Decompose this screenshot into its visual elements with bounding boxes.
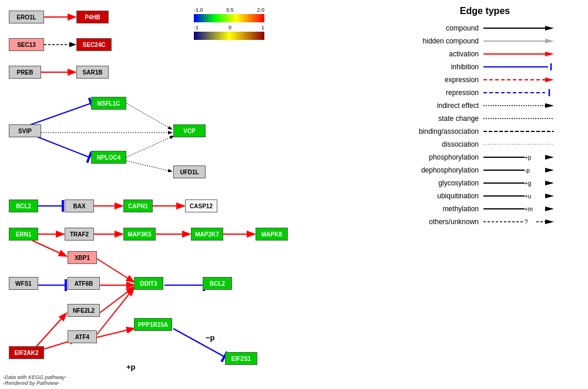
node-EIF2AK2: EIF2AK2 (9, 346, 44, 359)
svg-rect-29 (194, 32, 264, 40)
svg-line-20 (100, 287, 133, 313)
edge-row-repression: repression (391, 88, 579, 97)
edge-label-phosphorylation: phosphorylation (391, 153, 479, 161)
colorbar-label-2: 2.0 (257, 7, 264, 13)
edge-line-dissociation (483, 140, 554, 149)
svg-text:?: ? (525, 219, 528, 225)
label-minus-p-ppp: −p (206, 333, 215, 342)
edge-line-indirect-effect (483, 101, 554, 110)
svg-marker-61 (545, 207, 554, 211)
svg-marker-55 (545, 181, 554, 185)
svg-marker-49 (545, 155, 554, 160)
edge-line-dephosphorylation: -p (483, 165, 554, 175)
node-ATF6B: ATF6B (68, 277, 100, 290)
footnote: -Data with KEGG pathway- -Rendered by Pa… (3, 374, 66, 386)
svg-rect-28 (194, 14, 264, 22)
edge-row-binding: binding/association (391, 127, 579, 136)
svg-text:+m: +m (525, 206, 533, 212)
edge-line-binding (483, 127, 554, 136)
node-CASP12: CASP12 (185, 199, 217, 212)
svg-line-13 (32, 241, 66, 256)
edge-line-methylation: +m (483, 204, 554, 214)
edge-line-state-change (483, 114, 554, 123)
node-SVIP: SVIP (9, 124, 41, 137)
node-NFE2L2: NFE2L2 (68, 304, 100, 317)
edge-row-inhibition: inhibition (391, 62, 579, 72)
node-TRAF2: TRAF2 (65, 228, 94, 241)
node-SEC24C: SEC24C (76, 38, 112, 51)
edge-label-binding: binding/association (391, 127, 479, 136)
edge-label-inhibition: inhibition (391, 63, 479, 71)
svg-line-8 (126, 161, 172, 171)
edge-line-others: ? (483, 217, 554, 226)
edge-label-dissociation: dissociation (391, 140, 479, 148)
label-plus-p-atf4: +p (126, 363, 136, 371)
colorbar-top (194, 14, 264, 22)
svg-line-26 (173, 329, 224, 357)
colorbar-label-minus1: -1.0 (194, 7, 203, 13)
node-DDIT3: DDIT3 (134, 277, 163, 290)
footnote-line2: -Rendered by Pathview- (3, 380, 66, 386)
edge-row-methylation: methylation +m (391, 204, 579, 214)
edge-label-methylation: methylation (391, 205, 479, 213)
edge-label-state-change: state change (391, 114, 479, 123)
node-BCL2-left: BCL2 (9, 199, 38, 212)
edge-line-activation (483, 49, 554, 59)
main-container: ERO1L P4HB SEC13 SEC24C PREB SAR1B NSFL1… (0, 0, 588, 389)
edge-row-hidden-compound: hidden compound (391, 36, 579, 46)
edge-label-hidden-compound: hidden compound (391, 37, 479, 45)
edge-types-title: Edge types (391, 6, 579, 16)
pathway-area: ERO1L P4HB SEC13 SEC24C PREB SAR1B NSFL1… (0, 0, 382, 389)
colorbar-label-minus1b: -1 (194, 25, 199, 31)
node-XBP1: XBP1 (68, 251, 97, 264)
edge-line-expression (483, 75, 554, 84)
svg-text:+g: +g (525, 180, 531, 187)
node-VCP: VCP (173, 124, 206, 137)
edge-label-activation: activation (391, 50, 479, 58)
node-CAPN1: CAPN1 (123, 199, 153, 212)
edge-line-glycosylation: +g (483, 178, 554, 188)
svg-line-21 (97, 289, 133, 334)
svg-marker-33 (545, 39, 554, 43)
node-P4HB: P4HB (76, 11, 109, 23)
edge-row-dephosphorylation: dephosphorylation -p (391, 165, 579, 175)
node-MAP3K5: MAP3K5 (123, 228, 156, 241)
svg-marker-43 (545, 103, 554, 108)
node-SAR1B: SAR1B (76, 66, 109, 79)
edge-label-others: others/unknown (391, 218, 479, 226)
edge-line-ubiquitination: +u (483, 191, 554, 201)
svg-text:+u: +u (525, 193, 531, 199)
edge-label-repression: repression (391, 89, 479, 97)
edge-line-hidden-compound (483, 36, 554, 46)
edge-label-compound: compound (391, 24, 479, 32)
edge-row-compound: compound (391, 23, 579, 33)
edge-label-dephosphorylation: dephosphorylation (391, 166, 479, 174)
node-BAX: BAX (65, 199, 94, 212)
svg-marker-31 (545, 26, 554, 31)
edge-row-glycosylation: glycosylation +g (391, 178, 579, 188)
colorbar-label-0b: 0 (229, 25, 231, 31)
svg-line-25 (32, 314, 66, 351)
colorbar-label-05: 0.5 (226, 7, 234, 13)
edge-row-others: others/unknown ? (391, 217, 579, 226)
svg-marker-52 (545, 168, 554, 172)
svg-line-7 (126, 136, 173, 157)
svg-line-22 (97, 329, 133, 337)
svg-text:-p: -p (525, 167, 530, 174)
node-SEC13: SEC13 (9, 38, 44, 51)
node-ATF4: ATF4 (68, 330, 97, 343)
edge-label-indirect-effect: indirect effect (391, 102, 479, 110)
svg-line-6 (126, 103, 172, 129)
edge-line-compound (483, 23, 554, 33)
edge-line-inhibition (483, 62, 554, 72)
node-NSFL1C: NSFL1C (91, 97, 126, 110)
node-PREB: PREB (9, 66, 41, 79)
svg-marker-65 (545, 219, 554, 224)
node-PPP1R15A: PPP1R15A (134, 318, 172, 331)
edge-line-phosphorylation: +p (483, 153, 554, 162)
node-MAPK8: MAPK8 (256, 228, 288, 241)
edge-row-expression: expression (391, 75, 579, 84)
edge-row-activation: activation (391, 49, 579, 59)
footnote-line1: -Data with KEGG pathway- (3, 374, 66, 380)
node-EIF2S1: EIF2S1 (225, 352, 257, 365)
